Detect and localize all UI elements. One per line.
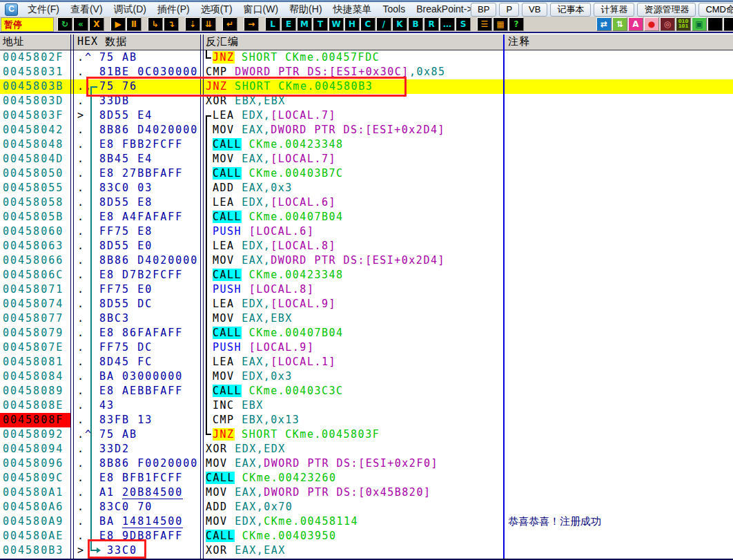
executables-button[interactable]: E xyxy=(281,17,296,31)
window-button[interactable]: ▣ xyxy=(692,17,707,31)
pause-button[interactable]: Ⅱ xyxy=(126,17,141,31)
assembler-button[interactable]: A xyxy=(628,17,643,31)
animate-into-button[interactable]: ⇣ xyxy=(185,17,200,31)
hex-cell: .8B86 D4020000 xyxy=(73,123,200,137)
annotation-box-jnz xyxy=(86,77,407,97)
disasm-row-004580A1[interactable]: 004580A1.A1 20B84500MOV EAX,DWORD PTR DS… xyxy=(0,485,733,500)
disasm-row-00458063[interactable]: 00458063.8D55 E0LEA EDX,[LOCAL.8] xyxy=(0,239,733,253)
memory-map-button[interactable]: M xyxy=(297,17,312,31)
disasm-token: [LOCAL.8] xyxy=(271,240,336,252)
updown-arrows-button[interactable]: ⇅ xyxy=(612,17,627,31)
menu-item-1[interactable]: 查看(V) xyxy=(65,2,108,17)
restart-button[interactable]: ↻ xyxy=(57,17,72,31)
quick-button-3[interactable]: 记事本 xyxy=(550,3,591,17)
disasm-row-0045806C[interactable]: 0045806C.E8 D7B2FCFFCALL CKme.00423348 xyxy=(0,268,733,282)
source-button[interactable]: S xyxy=(456,17,471,31)
step-back-button[interactable]: « xyxy=(73,17,88,31)
disasm-row-0045807E[interactable]: 0045807E.FF75 DCPUSH [LOCAL.9] xyxy=(0,340,733,355)
disasm-row-00458066[interactable]: 00458066.8B86 D4020000MOV EAX,DWORD PTR … xyxy=(0,253,733,268)
menu-item-4[interactable]: 选项(T) xyxy=(195,2,238,17)
disasm-row-0045804D[interactable]: 0045804D.8B45 E4MOV EAX,[LOCAL.7] xyxy=(0,152,733,166)
disasm-row-00458084[interactable]: 00458084.BA 03000000MOV EDX,0x3 xyxy=(0,369,733,384)
disasm-row-0045808F[interactable]: 0045808F.83FB 13CMP EBX,0x13 xyxy=(0,413,733,427)
quick-button-1[interactable]: P xyxy=(499,3,519,17)
menu-item-5[interactable]: 窗口(W) xyxy=(238,2,284,17)
appearance-button[interactable]: ▦ xyxy=(493,17,508,31)
quick-button-5[interactable]: 资源管理器 xyxy=(637,3,696,17)
quick-button-6[interactable]: CMD命令 xyxy=(698,3,733,17)
target-button[interactable]: ◎ xyxy=(660,17,675,31)
disasm-row-00458058[interactable]: 00458058.8D55 E8LEA EDX,[LOCAL.6] xyxy=(0,195,733,210)
disasm-row-00458096[interactable]: 00458096.8B86 F0020000MOV EAX,DWORD PTR … xyxy=(0,456,733,471)
run-trace-button[interactable]: … xyxy=(440,17,455,31)
comment-cell xyxy=(504,166,733,181)
quick-button-2[interactable]: VB xyxy=(522,3,547,17)
disasm-row-00458089[interactable]: 00458089.E8 AEBBFAFFCALL CKme.00403C3C xyxy=(0,384,733,398)
disasm-row-00458094[interactable]: 00458094.33D2XOR EDX,EDX xyxy=(0,442,733,456)
menu-item-6[interactable]: 帮助(H) xyxy=(284,2,327,17)
disasm-row-00458042[interactable]: 00458042.8B86 D4020000MOV EAX,DWORD PTR … xyxy=(0,123,733,137)
animate-over-button[interactable]: ⇊ xyxy=(201,17,216,31)
references-button[interactable]: R xyxy=(424,17,439,31)
disasm-row-0045803F[interactable]: 0045803F>8D55 E4LEA EDX,[LOCAL.7] xyxy=(0,108,733,123)
step-over-button[interactable]: ↴ xyxy=(164,17,179,31)
disasm-cell: LEA EAX,[LOCAL.1] xyxy=(203,355,503,369)
disasm-row-00458055[interactable]: 00458055.83C0 03ADD EAX,0x3 xyxy=(0,181,733,195)
menu-item-2[interactable]: 调试(D) xyxy=(108,2,152,17)
quick-button-4[interactable]: 计算器 xyxy=(594,3,634,17)
menu-item-9[interactable]: BreakPoint-> xyxy=(411,2,478,17)
binary-button[interactable]: 010 101 xyxy=(676,17,691,31)
disasm-row-0045802F[interactable]: 0045802F.^75 ABJNZ SHORT CKme.00457FDC xyxy=(0,50,733,65)
blank-button-1[interactable] xyxy=(707,17,723,31)
disasm-row-00458060[interactable]: 00458060.FF75 E8PUSH [LOCAL.6] xyxy=(0,224,733,239)
disasm-row-00458079[interactable]: 00458079.E8 86FAFAFFCALL CKme.00407B04 xyxy=(0,326,733,340)
address-cell: 00458081 xyxy=(0,355,70,369)
swap-arrows-button[interactable]: ⇄ xyxy=(596,17,612,31)
threads-button[interactable]: T xyxy=(313,17,328,31)
disasm-row-0045805B[interactable]: 0045805B.E8 A4FAFAFFCALL CKme.00407B04 xyxy=(0,210,733,224)
disasm-token: CKme.00403950 xyxy=(235,530,336,542)
menu-item-8[interactable]: Tools xyxy=(378,2,411,17)
disasm-row-00458081[interactable]: 00458081.8D45 FCLEA EAX,[LOCAL.1] xyxy=(0,355,733,369)
disasm-cell: MOV EAX,DWORD PTR DS:[ESI+0x2D4] xyxy=(203,253,503,268)
options-button[interactable]: ☰ xyxy=(477,17,492,31)
execute-till-return-button[interactable]: ↵ xyxy=(222,17,237,31)
disasm-token: CKme.00403B7C xyxy=(242,167,343,180)
disasm-row-00458050[interactable]: 00458050.E8 27BBFAFFCALL CKme.00403B7C xyxy=(0,166,733,181)
menu-item-0[interactable]: 文件(F) xyxy=(22,2,65,17)
close-button[interactable]: X xyxy=(89,17,104,31)
hex-cell: .8B86 F0020000 xyxy=(73,456,200,471)
disasm-row-00458048[interactable]: 00458048.E8 FBB2FCFFCALL CKme.00423348 xyxy=(0,137,733,152)
disasm-row-00458071[interactable]: 00458071.FF75 E0PUSH [LOCAL.8] xyxy=(0,282,733,297)
help-button[interactable]: ? xyxy=(509,17,524,31)
address-cell: 0045802F xyxy=(0,50,70,65)
log-window-button[interactable]: L xyxy=(265,17,280,31)
disasm-row-00458074[interactable]: 00458074.8D55 DCLEA EDX,[LOCAL.9] xyxy=(0,297,733,311)
disasm-row-00458077[interactable]: 00458077.8BC3MOV EAX,EBX xyxy=(0,311,733,326)
record-button[interactable]: ● xyxy=(644,17,659,31)
disasm-token: EAX, xyxy=(242,153,271,165)
patches-button[interactable]: / xyxy=(376,17,391,31)
disasm-row-00458092[interactable]: 00458092.^75 ABJNZ SHORT CKme.0045803F xyxy=(0,427,733,442)
run-button[interactable]: ▶ xyxy=(110,17,126,31)
disasm-cell: CALL CKme.00403950 xyxy=(203,529,503,543)
breakpoints-button[interactable]: B xyxy=(408,17,423,31)
disasm-row-004580A9[interactable]: 004580A9.BA 14814500MOV EDX,CKme.0045811… xyxy=(0,514,733,529)
call-stack-button[interactable]: K xyxy=(392,17,407,31)
windows-button[interactable]: W xyxy=(329,17,344,31)
goto-button[interactable]: → xyxy=(244,17,259,31)
disasm-row-004580A6[interactable]: 004580A6.83C0 70ADD EAX,0x70 xyxy=(0,500,733,514)
disasm-row-0045809C[interactable]: 0045809C.E8 BFB1FCFFCALL CKme.00423260 xyxy=(0,471,733,485)
cpu-button[interactable]: C xyxy=(360,17,375,31)
disasm-token: XOR xyxy=(206,443,235,455)
menu-item-7[interactable]: 快捷菜单 xyxy=(328,2,378,17)
disasm-token: DWORD PTR DS:[ESI+0x2D4] xyxy=(271,124,445,136)
blank-button-2[interactable] xyxy=(723,17,733,31)
quick-button-0[interactable]: BP xyxy=(471,3,496,17)
handles-button[interactable]: H xyxy=(344,17,360,31)
step-into-button[interactable]: ↳ xyxy=(148,17,163,31)
disasm-token: EBX xyxy=(242,399,264,412)
disasm-row-0045808E[interactable]: 0045808E.43INC EBX xyxy=(0,398,733,413)
disasm-token: CMP xyxy=(213,414,242,426)
menu-item-3[interactable]: 插件(P) xyxy=(152,2,195,17)
